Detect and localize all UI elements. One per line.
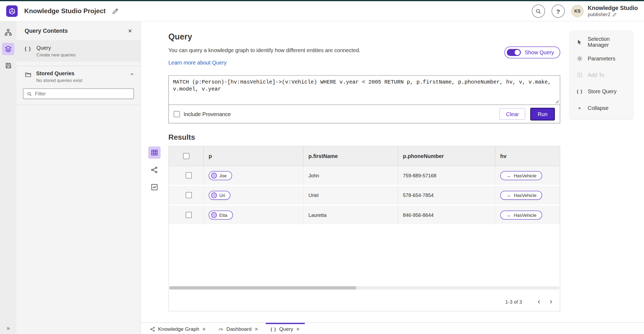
query-content: Query You can query a knowledge graph to… <box>169 32 560 311</box>
app-logo[interactable] <box>6 5 18 17</box>
edit-title-icon[interactable] <box>112 8 119 14</box>
column-header-p[interactable]: p <box>204 146 303 166</box>
run-button[interactable]: Run <box>530 107 555 120</box>
include-provenance-checkbox[interactable] <box>174 111 180 117</box>
next-page-icon[interactable] <box>545 296 557 308</box>
dashboard-gauge-icon <box>218 326 224 332</box>
column-header-firstname[interactable]: p.firstName <box>303 146 398 166</box>
project-title: Knowledge Studio Project <box>24 8 105 15</box>
app-window: Knowledge Studio Project ? KS Knowledge … <box>0 0 644 334</box>
stored-queries-label: Stored Queries <box>36 70 125 77</box>
node-pill[interactable]: Uri <box>209 191 230 200</box>
expand-rail-icon[interactable]: » <box>0 325 16 331</box>
model-hierarchy-icon[interactable] <box>2 26 14 39</box>
menu-item-selection-manager[interactable]: Selection Manager <box>570 34 632 50</box>
logo-hexagon-icon <box>8 8 15 15</box>
query-editor-box: MATCH (p:Person)-[hv:HasVehicle]->(v:Veh… <box>169 75 560 123</box>
panel-close-icon[interactable]: ✕ <box>128 28 132 34</box>
edit-role-icon[interactable] <box>613 12 617 17</box>
folder-icon <box>25 71 32 78</box>
column-header-phonenumber[interactable]: p.phoneNumber <box>398 146 495 166</box>
cell-phonenumber: 759-889-57168 <box>398 166 495 185</box>
main-column: Query You can query a knowledge graph to… <box>141 21 644 334</box>
arrow-right-icon: → <box>506 193 511 197</box>
add-to-icon <box>576 72 583 78</box>
user-info: Knowledge Studio publisher2 <box>588 4 638 18</box>
cell-firstname: John <box>303 166 398 185</box>
braces-icon: { } <box>25 46 31 51</box>
query-textarea[interactable]: MATCH (p:Person)-[hv:HasVehicle]->(v:Veh… <box>169 76 560 105</box>
stored-queries-sublabel: No stored queries exist <box>36 78 125 82</box>
filter-input[interactable] <box>35 91 130 96</box>
save-icon[interactable] <box>2 59 14 71</box>
chevron-up-icon[interactable] <box>129 71 135 77</box>
layers-icon[interactable] <box>2 43 14 55</box>
stored-queries-section[interactable]: Stored Queries No stored queries exist <box>16 66 140 86</box>
main-area: Query You can query a knowledge graph to… <box>141 21 644 322</box>
previous-page-icon[interactable] <box>533 296 545 308</box>
graph-view-icon[interactable] <box>148 164 161 176</box>
user-avatar[interactable]: KS <box>571 5 584 17</box>
table-header-row: p p.firstName p.phoneNumber hv <box>169 146 560 166</box>
clear-button[interactable]: Clear <box>499 108 525 120</box>
chart-view-icon[interactable] <box>148 181 161 193</box>
show-query-toggle[interactable]: Show Query <box>504 46 560 58</box>
body-row: » Query Contents ✕ { } Query Create new … <box>0 21 644 334</box>
help-icon: ? <box>556 8 560 15</box>
table-empty-area <box>169 225 560 286</box>
table-row[interactable]: Uri Uriel 578-654-7854 → HasVehicle <box>169 186 560 206</box>
table-row[interactable]: Etta Lauretta 846-956-8644 → HasVehicle <box>169 206 560 225</box>
search-button[interactable] <box>532 5 545 18</box>
scrollbar-thumb[interactable] <box>169 286 357 289</box>
arrow-right-icon: → <box>506 213 511 217</box>
pagination-bar: 1-3 of 3 <box>169 293 560 311</box>
edge-pill[interactable]: → HasVehicle <box>500 171 542 180</box>
menu-item-parameters[interactable]: Parameters <box>570 50 632 67</box>
cell-phonenumber: 846-956-8644 <box>398 206 495 224</box>
select-all-checkbox[interactable] <box>183 153 189 159</box>
user-name: Knowledge Studio <box>588 4 638 12</box>
node-dot-icon <box>211 192 217 198</box>
query-actions-menu: Selection Manager Parameters Add To <box>570 31 632 118</box>
results-table: p p.firstName p.phoneNumber hv Joe <box>169 146 560 311</box>
tab-dashboard[interactable]: Dashboard ✕ <box>213 323 263 334</box>
table-row[interactable]: Joe John 759-889-57168 → HasVehicle <box>169 166 560 186</box>
menu-item-add-to: Add To <box>570 67 632 83</box>
collapse-icon: » <box>576 105 583 110</box>
close-icon[interactable]: ✕ <box>202 326 206 332</box>
page-title: Query <box>169 32 560 41</box>
toggle-on-icon <box>507 49 521 56</box>
column-header-hv[interactable]: hv <box>495 146 560 166</box>
edge-pill[interactable]: → HasVehicle <box>500 210 542 220</box>
node-pill[interactable]: Etta <box>209 210 233 220</box>
panel-divider <box>16 105 140 105</box>
include-provenance-label: Include Provenance <box>184 111 231 117</box>
row-checkbox[interactable] <box>185 172 192 178</box>
table-view-icon[interactable] <box>148 146 161 159</box>
close-icon[interactable]: ✕ <box>296 326 300 332</box>
user-role: publisher2 <box>588 12 610 18</box>
node-pill[interactable]: Joe <box>209 171 232 180</box>
row-checkbox[interactable] <box>185 212 192 218</box>
row-checkbox[interactable] <box>185 192 192 198</box>
edge-pill[interactable]: → HasVehicle <box>500 191 542 200</box>
show-query-label: Show Query <box>525 49 554 56</box>
panel-title: Query Contents <box>25 28 68 34</box>
close-icon[interactable]: ✕ <box>254 326 258 332</box>
learn-more-link[interactable]: Learn more about Query <box>169 60 227 66</box>
horizontal-scrollbar[interactable] <box>169 286 559 289</box>
tab-knowledge-graph[interactable]: Knowledge Graph ✕ <box>145 323 211 334</box>
filter-field <box>23 88 134 99</box>
sidebar-item-query[interactable]: { } Query Create new queries <box>16 40 140 62</box>
gear-icon <box>576 55 583 62</box>
tab-query[interactable]: { } Query ✕ <box>266 323 305 334</box>
menu-item-collapse[interactable]: » Collapse <box>570 99 632 116</box>
resize-handle-icon[interactable] <box>555 99 559 103</box>
filter-search-icon <box>27 91 32 96</box>
pointer-icon <box>576 39 583 45</box>
node-dot-icon <box>211 212 217 218</box>
menu-item-store-query[interactable]: { } Store Query <box>570 83 632 99</box>
braces-icon: { } <box>576 89 583 94</box>
help-button[interactable]: ? <box>551 5 565 18</box>
query-item-label: Query <box>36 45 76 51</box>
